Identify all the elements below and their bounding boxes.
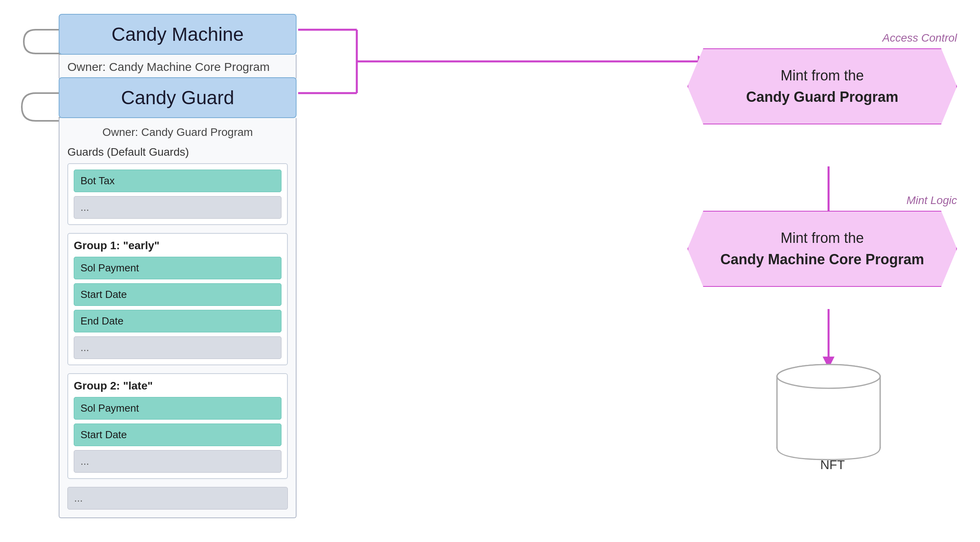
candy-guard-program-bold: Candy Guard Program [746,89,898,105]
candy-guard-section: Candy Guard Owner: Candy Guard Program G… [59,77,297,518]
svg-rect-11 [777,376,880,448]
svg-marker-10 [823,357,835,368]
candy-machine-owner: Owner: Candy Machine Core Program [59,55,297,80]
access-control-section: Access Control Mint from the Candy Guard… [687,32,957,124]
default-ellipsis: ... [74,196,281,219]
nft-label: NFT [809,458,856,472]
candy-guard-program-box: Mint from the Candy Guard Program [687,48,957,124]
group1-start-date: Start Date [74,283,281,306]
trailing-ellipsis: ... [67,487,288,510]
candy-guard-header: Candy Guard [59,77,297,118]
candy-machine-core-bold: Candy Machine Core Program [720,251,924,267]
group1-label: Group 1: "early" [74,239,281,252]
group1-ellipsis: ... [74,336,281,359]
mint-logic-label: Mint Logic [687,194,957,207]
svg-point-12 [777,365,880,388]
group1-sol-payment: Sol Payment [74,257,281,279]
group1-guards-group: Group 1: "early" Sol Payment Start Date … [67,233,288,365]
diagram-container: { "candyMachine": { "title": "Candy Mach… [0,0,980,542]
group2-start-date: Start Date [74,424,281,446]
candy-guard-program-text: Mint from the Candy Guard Program [720,65,924,108]
candy-guard-body: Owner: Candy Guard Program Guards (Defau… [59,118,297,518]
group2-guards-group: Group 2: "late" Sol Payment Start Date .… [67,373,288,479]
bot-tax-guard: Bot Tax [74,170,281,192]
candy-machine-section: Candy Machine Owner: Candy Machine Core … [59,14,297,80]
candy-machine-core-program-box: Mint from the Candy Machine Core Program [687,211,957,287]
svg-point-17 [777,365,880,388]
group2-sol-payment: Sol Payment [74,397,281,420]
candy-guard-title: Candy Guard [121,87,234,108]
svg-rect-14 [777,377,880,447]
access-control-label: Access Control [687,32,957,44]
candy-machine-core-text: Mint from the Candy Machine Core Program [720,227,924,270]
candy-guard-owner: Owner: Candy Guard Program [67,126,288,139]
default-guards-group: Bot Tax ... [67,163,288,225]
candy-machine-title: Candy Machine [111,24,244,45]
group1-end-date: End Date [74,310,281,332]
mint-logic-section: Mint Logic Mint from the Candy Machine C… [687,194,957,287]
group2-label: Group 2: "late" [74,380,281,392]
group2-ellipsis: ... [74,450,281,473]
svg-point-13 [777,436,880,460]
guards-label: Guards (Default Guards) [67,146,288,158]
candy-machine-header: Candy Machine [59,14,297,55]
